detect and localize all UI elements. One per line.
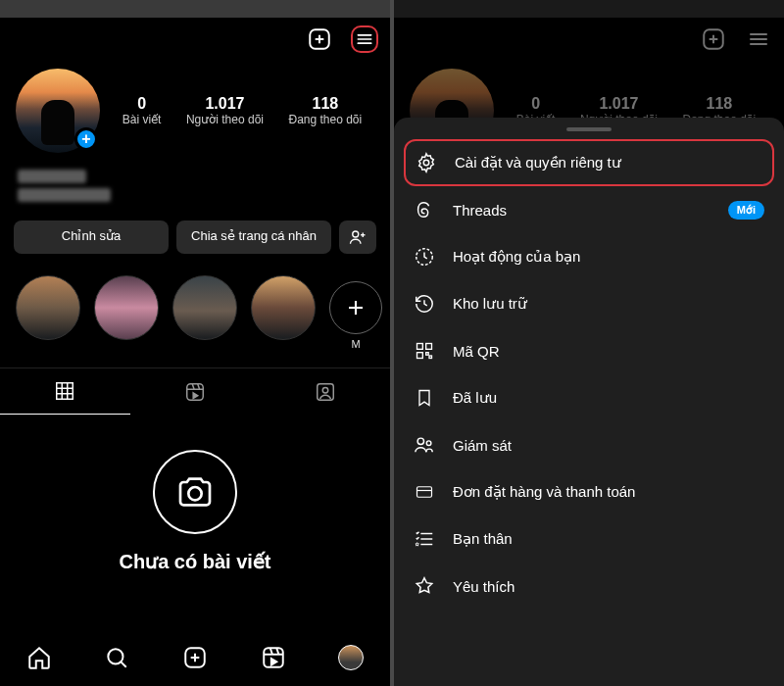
- svg-line-19: [198, 383, 200, 389]
- menu-label: Kho lưu trữ: [453, 295, 527, 313]
- menu-label: Cài đặt và quyền riêng tư: [455, 154, 621, 172]
- content-tabs: [0, 368, 390, 415]
- highlight-new-label: M: [351, 338, 360, 350]
- stat-following-label: Đang theo dõi: [288, 113, 362, 126]
- bio-line-blurred: [18, 170, 86, 183]
- hamburger-menu-button[interactable]: [351, 25, 378, 53]
- threads-icon: [414, 199, 435, 220]
- svg-rect-41: [426, 344, 432, 350]
- list-star-icon: [414, 528, 435, 550]
- share-profile-button[interactable]: Chia sẻ trang cá nhân: [176, 220, 331, 254]
- add-story-icon[interactable]: +: [74, 127, 98, 151]
- menu-label: Đã lưu: [453, 389, 497, 407]
- card-icon: [414, 481, 435, 503]
- highlight-item[interactable]: [16, 275, 80, 340]
- stat-followers[interactable]: 1.017 Người theo dõi: [186, 95, 264, 126]
- stat-followers-label: Người theo dõi: [186, 113, 264, 126]
- bookmark-icon: [414, 387, 435, 409]
- profile-screen-with-menu: 0 Bài viết 1.017 Người theo dõi 118 Đang…: [394, 0, 784, 686]
- hamburger-menu-button[interactable]: [745, 25, 772, 53]
- menu-favorites[interactable]: Yêu thích: [394, 563, 784, 610]
- menu-saved[interactable]: Đã lưu: [394, 374, 784, 421]
- menu-label: Đơn đặt hàng và thanh toán: [453, 483, 635, 501]
- menu-your-activity[interactable]: Hoạt động của bạn: [394, 233, 784, 280]
- nav-home[interactable]: [26, 645, 52, 670]
- svg-rect-40: [417, 344, 423, 350]
- menu-label: Yêu thích: [453, 578, 514, 595]
- bottom-nav: [0, 635, 390, 686]
- top-bar: [394, 18, 784, 61]
- menu-label: Hoạt động của bạn: [453, 248, 580, 266]
- stat-posts[interactable]: 0 Bài viết: [122, 95, 162, 126]
- camera-icon: [153, 450, 237, 534]
- tab-grid[interactable]: [0, 368, 130, 415]
- menu-archive[interactable]: Kho lưu trữ: [394, 280, 784, 327]
- tab-tagged[interactable]: [260, 368, 390, 415]
- profile-stats: 0 Bài viết 1.017 Người theo dõi 118 Đang…: [110, 95, 374, 126]
- profile-screen: + 0 Bài viết 1.017 Người theo dõi 118 Đa…: [0, 0, 390, 686]
- top-bar: [0, 18, 390, 61]
- highlight-item[interactable]: [94, 275, 159, 340]
- people-icon: [414, 434, 435, 456]
- empty-text: Chưa có bài viết: [119, 550, 270, 573]
- menu-settings-privacy[interactable]: Cài đặt và quyền riêng tư: [404, 139, 774, 186]
- menu-qr[interactable]: Mã QR: [394, 327, 784, 374]
- nav-create[interactable]: [182, 645, 208, 670]
- menu-orders-payments[interactable]: Đơn đặt hàng và thanh toán: [394, 468, 784, 515]
- avatar[interactable]: +: [16, 69, 100, 153]
- nav-search[interactable]: [104, 645, 129, 670]
- highlight-item[interactable]: [251, 275, 316, 340]
- svg-point-6: [353, 231, 359, 237]
- history-icon: [414, 293, 435, 315]
- create-post-button[interactable]: [306, 25, 333, 53]
- new-badge: Mới: [728, 201, 764, 220]
- stat-followers-num: 1.017: [186, 95, 264, 113]
- menu-label: Threads: [453, 202, 507, 219]
- stat-posts-label: Bài viết: [122, 113, 162, 126]
- tab-reels[interactable]: [130, 368, 261, 415]
- empty-state: Chưa có bài viết: [0, 415, 390, 593]
- svg-line-18: [192, 383, 194, 389]
- svg-rect-43: [426, 353, 429, 356]
- sheet-grabber[interactable]: [566, 127, 612, 131]
- svg-rect-44: [429, 356, 432, 359]
- status-bar: [394, 0, 784, 18]
- svg-point-45: [417, 438, 423, 444]
- story-highlights: M: [0, 258, 390, 356]
- profile-header: + 0 Bài viết 1.017 Người theo dõi 118 Đa…: [0, 61, 390, 161]
- svg-rect-47: [417, 487, 432, 498]
- highlight-item[interactable]: [172, 275, 237, 340]
- star-icon: [414, 575, 435, 597]
- nav-profile[interactable]: [338, 645, 364, 670]
- discover-people-button[interactable]: [339, 220, 376, 254]
- svg-point-23: [109, 649, 123, 663]
- create-post-button[interactable]: [700, 25, 727, 53]
- stat-following[interactable]: 118 Đang theo dõi: [288, 95, 362, 126]
- menu-threads[interactable]: Threads Mới: [394, 186, 784, 233]
- profile-actions: Chỉnh sửa Chia sẻ trang cá nhân: [0, 217, 390, 258]
- stat-posts-num: 0: [122, 95, 162, 113]
- nav-reels[interactable]: [261, 645, 286, 670]
- svg-line-24: [122, 662, 126, 666]
- menu-label: Giám sát: [453, 437, 512, 454]
- gear-icon: [416, 152, 437, 173]
- menu-label: Mã QR: [453, 343, 500, 360]
- clock-icon: [414, 246, 435, 268]
- options-sheet: Cài đặt và quyền riêng tư Threads Mới Ho…: [394, 118, 784, 686]
- bio-line-blurred: [18, 188, 111, 202]
- svg-rect-11: [57, 383, 74, 400]
- stat-following-num: 118: [288, 95, 362, 113]
- menu-supervision[interactable]: Giám sát: [394, 421, 784, 468]
- status-bar: [0, 0, 390, 18]
- highlight-new[interactable]: M: [329, 275, 382, 350]
- menu-label: Bạn thân: [453, 530, 513, 548]
- svg-point-22: [188, 487, 201, 500]
- svg-rect-42: [417, 353, 423, 359]
- menu-close-friends[interactable]: Bạn thân: [394, 515, 784, 563]
- bio: [0, 161, 390, 217]
- svg-point-38: [423, 160, 429, 166]
- svg-point-46: [426, 441, 431, 446]
- edit-profile-button[interactable]: Chỉnh sửa: [14, 220, 169, 254]
- svg-point-21: [322, 387, 328, 393]
- qr-icon: [414, 340, 435, 362]
